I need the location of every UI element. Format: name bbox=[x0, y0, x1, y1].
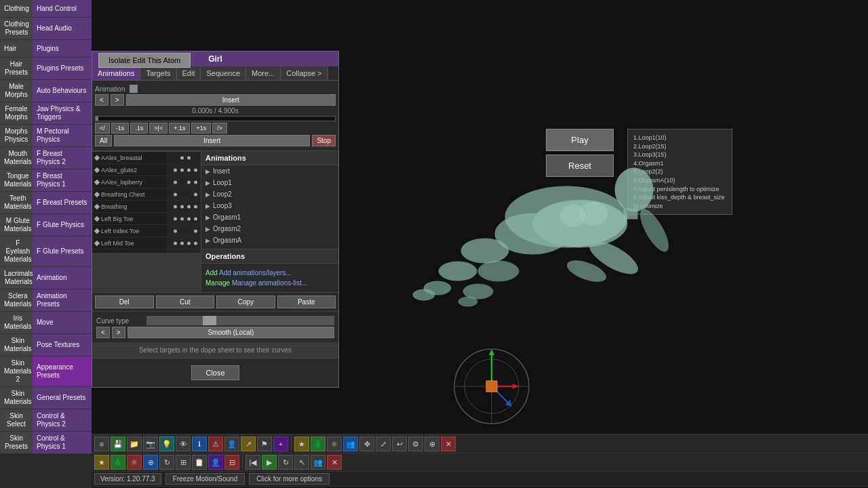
flag-icon[interactable]: ⚑ bbox=[257, 436, 272, 451]
paste-btn[interactable]: Paste bbox=[277, 296, 336, 308]
animation-item[interactable]: ▶Loop3 bbox=[201, 200, 338, 211]
progress-bar[interactable] bbox=[95, 116, 336, 121]
tab-animations[interactable]: Animations bbox=[92, 66, 140, 80]
dope-row[interactable]: AAlex_glute2 bbox=[92, 164, 201, 176]
sidebar-sub-btn[interactable]: Animation Presets bbox=[33, 289, 92, 311]
r2-icon8[interactable]: 👤 bbox=[208, 455, 223, 470]
tree-icon[interactable]: 🌲 bbox=[311, 436, 326, 451]
r2-icon1[interactable]: ★ bbox=[94, 455, 109, 470]
plus-icon[interactable]: + bbox=[273, 436, 288, 451]
sidebar-sub-btn[interactable]: Move bbox=[33, 312, 92, 333]
sidebar-sub-btn[interactable]: Pose Textures bbox=[33, 334, 92, 356]
gizmo[interactable] bbox=[451, 346, 532, 427]
sidebar-sub-btn[interactable]: Jaw Physics & Triggers bbox=[33, 102, 92, 124]
sidebar-sub-btn[interactable]: F Breast Physics 2 bbox=[33, 147, 92, 169]
manage-link[interactable]: Manage Manage animations-list... bbox=[205, 279, 334, 287]
dope-row[interactable]: Left Pinky Toe bbox=[92, 249, 201, 253]
insert2-btn[interactable]: Insert bbox=[114, 135, 310, 146]
step-fwd-small-btn[interactable]: +.1s bbox=[169, 123, 190, 134]
cut-btn[interactable]: Cut bbox=[156, 296, 215, 308]
screenshot-icon[interactable]: 📷 bbox=[143, 436, 158, 451]
r2-icon10[interactable]: |◀ bbox=[245, 455, 260, 470]
star-icon[interactable]: ★ bbox=[294, 436, 309, 451]
tab-targets[interactable]: Targets bbox=[140, 66, 176, 80]
sidebar-sub-btn[interactable]: Animation bbox=[33, 267, 92, 289]
dope-row[interactable]: AAlex_lapberry bbox=[92, 176, 201, 188]
freeze-btn[interactable]: Freeze Motion/Sound bbox=[165, 473, 245, 485]
sidebar-sub-btn[interactable]: Hand Control bbox=[33, 0, 92, 17]
scale-icon[interactable]: ⤢ bbox=[376, 436, 391, 451]
info-icon[interactable]: ℹ bbox=[192, 436, 207, 451]
smooth-btn[interactable]: Smooth (Local) bbox=[127, 327, 334, 338]
atom-icon[interactable]: ⚛ bbox=[327, 436, 342, 451]
close-btn[interactable]: Close bbox=[191, 365, 239, 380]
settings-icon[interactable]: ⚙ bbox=[408, 436, 423, 451]
r2-play-icon[interactable]: ▶ bbox=[262, 455, 277, 470]
animation-item[interactable]: ▶Orgasm1 bbox=[201, 211, 338, 223]
dope-row[interactable]: Left Big Toe bbox=[92, 213, 201, 225]
step-back-small-btn[interactable]: .1s bbox=[130, 123, 148, 134]
r2-icon3[interactable]: ⚛ bbox=[127, 455, 142, 470]
dope-row[interactable]: Left Index Toe bbox=[92, 225, 201, 237]
sidebar-sub-btn[interactable]: Appearance Presets bbox=[33, 357, 92, 386]
person2-icon[interactable]: 👥 bbox=[343, 436, 358, 451]
step-back-btn[interactable]: -1s bbox=[111, 123, 130, 134]
r2-icon12[interactable]: ↻ bbox=[278, 455, 293, 470]
target-icon[interactable]: ⊕ bbox=[425, 436, 439, 451]
copy-btn[interactable]: Copy bbox=[216, 296, 275, 308]
tab-sequence[interactable]: Sequence bbox=[201, 66, 246, 80]
next-btn[interactable]: > bbox=[111, 94, 124, 106]
sidebar-sub-btn[interactable]: F Breast Physics 1 bbox=[33, 169, 92, 191]
r2-icon13[interactable]: ↖ bbox=[294, 455, 309, 470]
stop-btn[interactable]: Stop bbox=[312, 135, 336, 146]
r2-icon6[interactable]: ⊞ bbox=[176, 455, 191, 470]
add-link[interactable]: Add Add animations/layers... bbox=[205, 269, 334, 277]
all-btn[interactable]: All bbox=[95, 135, 112, 146]
sidebar-sub-btn[interactable]: Plugins Presets bbox=[33, 58, 92, 79]
r2-icon2[interactable]: 🌲 bbox=[111, 455, 125, 470]
curve-prev-btn[interactable]: < bbox=[96, 327, 110, 338]
animation-item[interactable]: ▶OrgasmA bbox=[201, 235, 338, 246]
person-icon[interactable]: 👤 bbox=[224, 436, 239, 451]
options-btn[interactable]: Click for more options bbox=[249, 473, 330, 485]
move-icon[interactable]: ✥ bbox=[359, 436, 374, 451]
animation-item[interactable]: ▶Orgasm2 bbox=[201, 223, 338, 235]
sidebar-sub-btn[interactable]: Auto Behaviours bbox=[33, 80, 92, 102]
animation-item[interactable]: ▶Loop2 bbox=[201, 188, 338, 200]
prev-btn[interactable]: < bbox=[95, 94, 108, 106]
del-btn[interactable]: Del bbox=[95, 296, 154, 308]
sidebar-sub-btn[interactable]: F Glute Presets bbox=[33, 237, 92, 266]
dope-row[interactable]: Left Mid Toe bbox=[92, 237, 201, 249]
sidebar-sub-btn[interactable]: Head Audio bbox=[33, 18, 92, 39]
to-end-btn[interactable]: /> bbox=[212, 123, 227, 134]
play-pause-btn[interactable]: >|< bbox=[149, 123, 167, 134]
dope-sheet[interactable]: AAlex_breastalAAlex_glute2AAlex_lapberry… bbox=[92, 151, 201, 253]
tab-collapse--[interactable]: Collapse > bbox=[281, 66, 328, 80]
to-start-btn[interactable]: </ bbox=[95, 123, 110, 134]
r2-icon9[interactable]: ⊟ bbox=[224, 455, 239, 470]
sidebar-sub-btn[interactable]: Control & Physics 1 bbox=[33, 432, 92, 453]
warning-icon[interactable]: ⚠ bbox=[208, 436, 223, 451]
sidebar-sub-btn[interactable]: F Breast Presets bbox=[33, 192, 92, 214]
sidebar-sub-btn[interactable]: F Glute Physics bbox=[33, 214, 92, 236]
animation-item[interactable]: ▶Insert bbox=[201, 165, 338, 177]
sidebar-sub-btn[interactable]: M Pectoral Physics bbox=[33, 125, 92, 146]
animation-item[interactable]: ▶Loop1 bbox=[201, 177, 338, 188]
hamburger-icon[interactable]: ≡ bbox=[94, 436, 109, 451]
tab-more---[interactable]: More... bbox=[246, 66, 281, 80]
save-icon[interactable]: 💾 bbox=[111, 436, 125, 451]
r2-icon15[interactable]: ✕ bbox=[327, 455, 342, 470]
step-fwd-btn[interactable]: +1s bbox=[191, 123, 211, 134]
tab-edit[interactable]: Edit bbox=[177, 66, 201, 80]
undo-icon[interactable]: ↩ bbox=[392, 436, 407, 451]
sidebar-sub-btn[interactable]: Control & Physics 2 bbox=[33, 409, 92, 431]
arrow-icon[interactable]: ↗ bbox=[241, 436, 256, 451]
sidebar-sub-btn[interactable]: General Presets bbox=[33, 387, 92, 409]
r2-icon4[interactable]: ⊕ bbox=[143, 455, 158, 470]
insert-btn[interactable]: Insert bbox=[126, 94, 336, 106]
r2-icon5[interactable]: ↻ bbox=[159, 455, 174, 470]
light-icon[interactable]: 💡 bbox=[159, 436, 174, 451]
curve-slider[interactable] bbox=[146, 316, 334, 325]
isolate-button[interactable]: Isolate Edit This Atom bbox=[98, 53, 191, 68]
r2-icon7[interactable]: 📋 bbox=[192, 455, 207, 470]
